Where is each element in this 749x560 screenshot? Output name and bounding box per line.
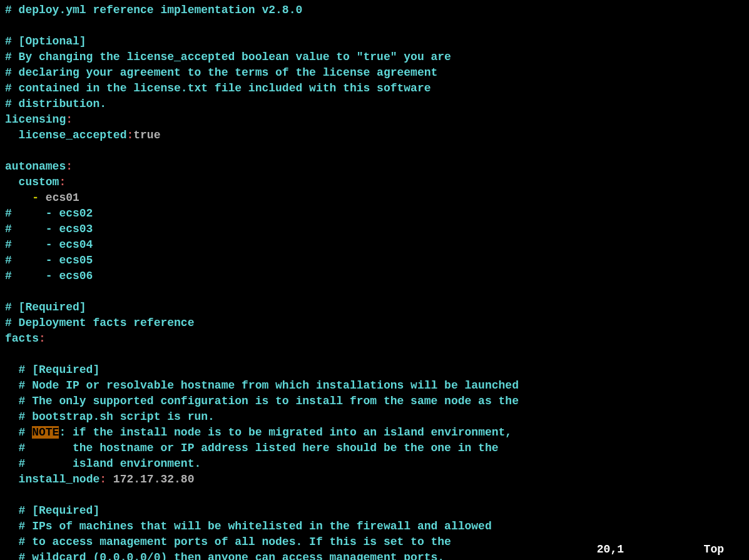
- comment-text: # - ecs06: [5, 270, 93, 282]
- vim-status-bar: 20,1 Top: [0, 542, 749, 557]
- comment-text: # IPs of machines that will be whitelist…: [5, 520, 492, 532]
- code-line[interactable]: # - ecs02: [5, 206, 744, 221]
- code-line[interactable]: # island environment.: [5, 456, 744, 472]
- code-line[interactable]: # [Required]: [5, 503, 744, 519]
- vim-editor-content[interactable]: # deploy.yml reference implementation v2…: [5, 3, 744, 560]
- code-line[interactable]: # - ecs05: [5, 253, 744, 268]
- yaml-colon: :: [59, 176, 66, 188]
- comment-text: # - ecs03: [5, 223, 93, 235]
- yaml-key: licensing: [5, 113, 66, 126]
- comment-text: # island environment.: [5, 457, 201, 470]
- yaml-colon: :: [39, 332, 46, 345]
- code-line[interactable]: licensing:: [5, 112, 744, 128]
- scroll-percent: Top: [704, 542, 724, 557]
- comment-text: # declaring your agreement to the terms …: [5, 66, 437, 79]
- yaml-key: license_accepted: [19, 129, 127, 141]
- code-line[interactable]: # declaring your agreement to the terms …: [5, 65, 744, 81]
- note-highlight: NOTE: [32, 426, 59, 439]
- comment-text: # [Required]: [5, 301, 86, 313]
- yaml-key: facts: [5, 332, 39, 345]
- comment-text: # contained in the license.txt file incl…: [5, 82, 431, 94]
- code-line[interactable]: facts:: [5, 331, 744, 347]
- comment-text: # - ecs04: [5, 238, 93, 251]
- comment-text: # - ecs02: [5, 207, 93, 220]
- code-line[interactable]: [5, 284, 744, 300]
- code-line[interactable]: [5, 143, 744, 159]
- code-line[interactable]: # deploy.yml reference implementation v2…: [5, 3, 744, 18]
- comment-text: # Deployment facts reference: [5, 317, 194, 329]
- yaml-colon: :: [99, 473, 113, 486]
- code-line[interactable]: [5, 487, 744, 503]
- code-line[interactable]: install_node: 172.17.32.80: [5, 472, 744, 487]
- yaml-key: install_node: [19, 473, 100, 486]
- code-line[interactable]: # bootstrap.sh script is run.: [5, 409, 744, 425]
- comment-text: # [Required]: [5, 364, 99, 376]
- yaml-key: autonames: [5, 160, 66, 173]
- yaml-colon: :: [66, 160, 73, 173]
- code-line[interactable]: # contained in the license.txt file incl…: [5, 81, 744, 96]
- yaml-value: ecs01: [46, 191, 79, 204]
- code-line[interactable]: # NOTE: if the install node is to be mig…: [5, 425, 744, 440]
- yaml-key: custom: [19, 176, 59, 188]
- comment-text: : if the install node is to be migrated …: [59, 426, 512, 439]
- comment-text: # bootstrap.sh script is run.: [5, 410, 215, 423]
- code-line[interactable]: # By changing the license_accepted boole…: [5, 49, 744, 65]
- code-line[interactable]: - ecs01: [5, 190, 744, 206]
- code-line[interactable]: autonames:: [5, 159, 744, 175]
- code-line[interactable]: [5, 347, 744, 362]
- code-line[interactable]: license_accepted:true: [5, 128, 744, 143]
- code-line[interactable]: # - ecs06: [5, 268, 744, 284]
- cursor-position: 20,1: [597, 542, 624, 557]
- code-line[interactable]: # Node IP or resolvable hostname from wh…: [5, 378, 744, 394]
- code-line[interactable]: # the hostname or IP address listed here…: [5, 440, 744, 456]
- comment-text: # The only supported configuration is to…: [5, 395, 519, 407]
- code-line[interactable]: # [Required]: [5, 300, 744, 315]
- comment-text: # [Required]: [5, 504, 99, 517]
- comment-text: # [Optional]: [5, 35, 86, 48]
- code-line[interactable]: # IPs of machines that will be whitelist…: [5, 519, 744, 534]
- code-line[interactable]: # [Required]: [5, 362, 744, 378]
- code-line[interactable]: # distribution.: [5, 96, 744, 112]
- code-line[interactable]: # - ecs03: [5, 221, 744, 237]
- code-line[interactable]: # The only supported configuration is to…: [5, 394, 744, 409]
- code-line[interactable]: [5, 18, 744, 34]
- code-line[interactable]: # Deployment facts reference: [5, 315, 744, 331]
- comment-text: # Node IP or resolvable hostname from wh…: [5, 379, 519, 392]
- comment-text: # - ecs05: [5, 254, 93, 267]
- code-line[interactable]: # [Optional]: [5, 34, 744, 49]
- yaml-value: 172.17.32.80: [113, 473, 195, 486]
- comment-text: # By changing the license_accepted boole…: [5, 51, 451, 63]
- yaml-colon: :: [66, 113, 73, 126]
- yaml-value: true: [133, 129, 160, 141]
- code-line[interactable]: custom:: [5, 175, 744, 190]
- comment-text: # deploy.yml reference implementation v2…: [5, 4, 302, 16]
- code-line[interactable]: # - ecs04: [5, 237, 744, 253]
- comment-text: # distribution.: [5, 98, 106, 110]
- yaml-dash: -: [32, 191, 46, 204]
- comment-text: # the hostname or IP address listed here…: [5, 442, 499, 454]
- yaml-colon: :: [126, 129, 133, 141]
